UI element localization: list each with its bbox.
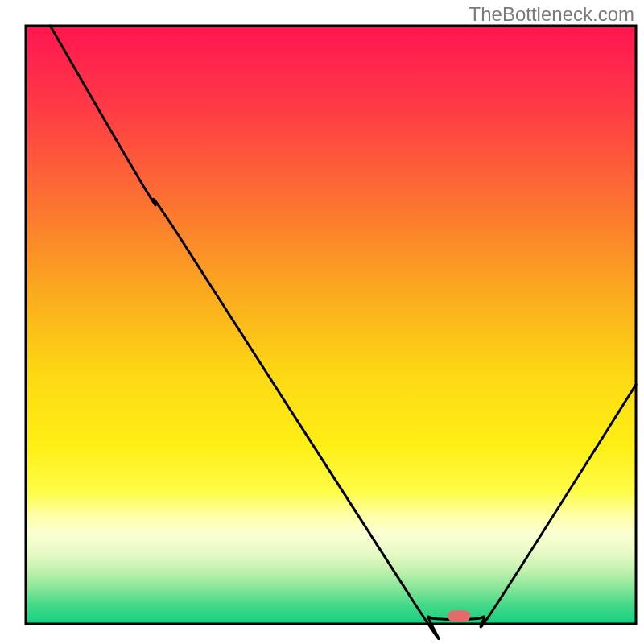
optimum-marker: [448, 610, 470, 621]
bottleneck-chart: [0, 0, 644, 644]
watermark-label: TheBottleneck.com: [469, 3, 634, 26]
chart-container: TheBottleneck.com: [0, 0, 644, 644]
chart-background-gradient: [26, 26, 636, 624]
